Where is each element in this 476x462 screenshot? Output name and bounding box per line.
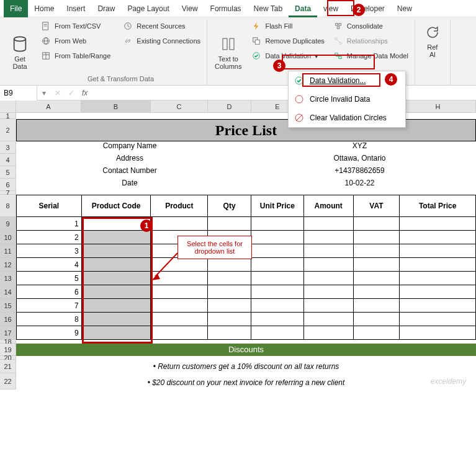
cell[interactable] <box>151 285 208 298</box>
remove-duplicates-button[interactable]: Remove Duplicates <box>249 35 326 47</box>
cell[interactable] <box>251 231 304 244</box>
cell[interactable] <box>304 244 354 257</box>
formula-bar[interactable] <box>91 86 476 100</box>
row-header-5[interactable]: 5 <box>0 166 16 179</box>
column-header-C[interactable]: C <box>151 100 208 113</box>
row-header-1[interactable]: 1 <box>0 113 16 119</box>
row-header-3[interactable]: 3 <box>0 141 16 154</box>
tab-home[interactable]: Home <box>28 0 60 17</box>
cell[interactable] <box>354 231 400 244</box>
cell[interactable] <box>400 272 475 285</box>
cell[interactable] <box>208 299 251 312</box>
fx-button[interactable]: fx <box>78 89 91 97</box>
column-header-A[interactable]: A <box>16 100 81 113</box>
cell[interactable] <box>354 285 400 298</box>
cell[interactable] <box>354 299 400 312</box>
cell[interactable] <box>208 217 251 230</box>
row-header-9[interactable]: 9 <box>0 217 16 231</box>
cell[interactable] <box>400 313 475 326</box>
cell[interactable] <box>151 326 208 339</box>
cell[interactable]: 2 <box>17 231 82 244</box>
get-data-button[interactable]: Get Data <box>6 20 34 84</box>
existing-connections-button[interactable]: Existing Connections <box>120 35 203 47</box>
cell[interactable]: 3 <box>17 244 82 257</box>
row-header-12[interactable]: 12 <box>0 258 16 272</box>
cell[interactable] <box>354 244 400 257</box>
cell[interactable] <box>208 258 251 271</box>
cell[interactable] <box>400 258 475 271</box>
row-header-21[interactable]: 21 <box>0 360 16 373</box>
cell[interactable] <box>400 326 475 339</box>
cell[interactable] <box>354 272 400 285</box>
cell[interactable] <box>304 313 354 326</box>
cell[interactable]: 4 <box>17 258 82 271</box>
cell[interactable] <box>151 217 208 230</box>
cell[interactable] <box>208 326 251 339</box>
tab-page-layout[interactable]: Page Layout <box>121 0 175 17</box>
row-header-14[interactable]: 14 <box>0 285 16 299</box>
from-text-csv-button[interactable]: From Text/CSV <box>38 20 113 32</box>
cell[interactable] <box>304 217 354 230</box>
select-all-corner[interactable] <box>0 100 16 113</box>
cell[interactable] <box>251 272 304 285</box>
cell[interactable] <box>151 299 208 312</box>
cell[interactable] <box>304 299 354 312</box>
row-header-10[interactable]: 10 <box>0 231 16 244</box>
relationships-button[interactable]: Relationships <box>331 35 411 47</box>
cell[interactable] <box>208 313 251 326</box>
row-header-16[interactable]: 16 <box>0 313 16 326</box>
cell[interactable] <box>208 272 251 285</box>
cell[interactable] <box>251 299 304 312</box>
refresh-all-button[interactable]: Ref Al <box>419 20 446 61</box>
tab-data[interactable]: Data <box>289 0 317 17</box>
chevron-down-icon[interactable]: ▾ <box>37 89 51 97</box>
cell[interactable] <box>251 244 304 257</box>
from-table-range-button[interactable]: From Table/Range <box>38 50 113 62</box>
tab-file[interactable]: File <box>4 0 28 17</box>
cell[interactable] <box>251 285 304 298</box>
row-header-11[interactable]: 11 <box>0 244 16 258</box>
cell[interactable] <box>400 231 475 244</box>
cell[interactable] <box>400 299 475 312</box>
cell[interactable]: 6 <box>17 285 82 298</box>
tab-new[interactable]: New <box>391 0 418 17</box>
tab-new-tab[interactable]: New Tab <box>248 0 289 17</box>
row-header-2[interactable]: 2 <box>0 119 16 141</box>
consolidate-button[interactable]: Consolidate <box>331 20 411 32</box>
menu-clear-circles[interactable]: Clear Validation Circles <box>289 109 405 127</box>
cell[interactable] <box>354 217 400 230</box>
cell[interactable]: 5 <box>17 272 82 285</box>
row-header-22[interactable]: 22 <box>0 373 16 389</box>
cell[interactable]: 1 <box>17 217 82 230</box>
tab-insert[interactable]: Insert <box>60 0 91 17</box>
row-header-4[interactable]: 4 <box>0 154 16 166</box>
row-header-15[interactable]: 15 <box>0 299 16 313</box>
column-header-D[interactable]: D <box>208 100 251 113</box>
cell[interactable] <box>304 285 354 298</box>
cell[interactable] <box>208 285 251 298</box>
cell[interactable]: 8 <box>17 313 82 326</box>
cell[interactable] <box>251 326 304 339</box>
tab-view[interactable]: View <box>176 0 204 17</box>
cell[interactable] <box>304 231 354 244</box>
cell[interactable] <box>354 258 400 271</box>
cell[interactable]: 9 <box>17 326 82 339</box>
cell[interactable] <box>304 326 354 339</box>
column-header-B[interactable]: B <box>81 100 151 113</box>
text-to-columns-button[interactable]: Text to Columns <box>211 20 245 84</box>
cell[interactable] <box>251 217 304 230</box>
cell[interactable] <box>251 313 304 326</box>
tab-draw[interactable]: Draw <box>91 0 121 17</box>
row-header-8[interactable]: 8 <box>0 195 16 217</box>
row-header-13[interactable]: 13 <box>0 272 16 285</box>
cell[interactable]: 7 <box>17 299 82 312</box>
cell[interactable] <box>354 313 400 326</box>
from-web-button[interactable]: From Web <box>38 35 113 47</box>
menu-circle-invalid[interactable]: Circle Invalid Data <box>289 90 405 109</box>
column-header-H[interactable]: H <box>400 100 476 113</box>
tab-formulas[interactable]: Formulas <box>204 0 248 17</box>
cell[interactable] <box>400 285 475 298</box>
cell[interactable] <box>304 258 354 271</box>
flash-fill-button[interactable]: Flash Fill <box>249 20 326 32</box>
cell[interactable] <box>400 217 475 230</box>
